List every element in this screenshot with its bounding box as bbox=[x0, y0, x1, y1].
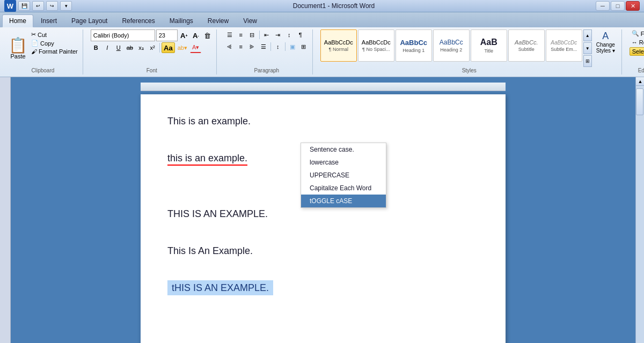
maximize-button[interactable]: □ bbox=[611, 1, 625, 11]
divider4 bbox=[285, 42, 286, 51]
ribbon-tabs: Home Insert Page Layout References Maili… bbox=[0, 12, 644, 27]
document-page[interactable]: Sentence case. lowercase UPPERCASE Capit… bbox=[141, 94, 506, 343]
tab-review[interactable]: Review bbox=[201, 14, 236, 27]
styles-expand-arrow[interactable]: ⊞ bbox=[583, 55, 592, 67]
justify-button[interactable]: ☰ bbox=[258, 41, 269, 52]
numbering-button[interactable]: ≡ bbox=[236, 29, 246, 40]
highlight-color-button[interactable]: ab▾ bbox=[175, 42, 189, 53]
doc-line-capitalize: This Is An Example. bbox=[167, 245, 479, 257]
capitalize-option[interactable]: Capitalize Each Word bbox=[301, 182, 386, 195]
superscript-button[interactable]: x² bbox=[147, 42, 158, 53]
change-case-dropdown: Sentence case. lowercase UPPERCASE Capit… bbox=[301, 143, 386, 208]
tab-home[interactable]: Home bbox=[2, 14, 33, 27]
font-size-select[interactable] bbox=[156, 29, 178, 41]
clipboard-group-label: Clipboard bbox=[3, 68, 83, 73]
shading-button[interactable]: ▣ bbox=[287, 41, 298, 52]
style-title-label: Title bbox=[484, 48, 493, 54]
tab-page-layout[interactable]: Page Layout bbox=[64, 14, 114, 27]
style-heading2[interactable]: AaBbCc Heading 2 bbox=[433, 29, 470, 62]
subscript-button[interactable]: x₂ bbox=[136, 42, 147, 53]
select-button[interactable]: Select = bbox=[630, 47, 644, 56]
quick-access-save[interactable]: 💾 bbox=[18, 1, 30, 11]
word-icon: W bbox=[4, 0, 16, 12]
style-subtitle[interactable]: AaBbCc. Subtitle bbox=[508, 29, 545, 62]
title-bar: W 💾 ↩ ↪ ▾ Document1 - Microsoft Word ─ □… bbox=[0, 0, 644, 12]
replace-button[interactable]: ↔ Replace bbox=[630, 39, 644, 46]
style-subtitle-label: Subtitle bbox=[518, 47, 535, 52]
para-row2: ⫷ ≡ ⫸ ☰ ↕ ▣ ⊞ bbox=[224, 41, 309, 52]
change-styles-button[interactable]: A ChangeStyles ▾ bbox=[593, 29, 618, 55]
lowercase-option[interactable]: lowercase bbox=[301, 156, 386, 169]
find-label: Find bbox=[641, 31, 644, 37]
increase-indent-button[interactable]: ⇥ bbox=[273, 29, 283, 40]
italic-button[interactable]: I bbox=[102, 42, 113, 53]
font-color-button[interactable]: A▾ bbox=[190, 42, 201, 53]
ribbon: Home Insert Page Layout References Maili… bbox=[0, 12, 644, 77]
style-heading1-label: Heading 1 bbox=[402, 48, 425, 53]
styles-up-arrow[interactable]: ▲ bbox=[583, 29, 592, 41]
bullets-button[interactable]: ☰ bbox=[224, 29, 235, 40]
style-subtle-em[interactable]: AaBbCcDc Subtle Em... bbox=[546, 29, 582, 62]
change-case-button[interactable]: Aa bbox=[162, 42, 175, 53]
replace-label: Replace bbox=[639, 39, 644, 46]
border-button[interactable]: ⊞ bbox=[298, 41, 309, 52]
multilevel-list-button[interactable]: ⊟ bbox=[247, 29, 258, 40]
tab-view[interactable]: View bbox=[236, 14, 264, 27]
paste-button[interactable]: 📋 Paste bbox=[6, 29, 30, 67]
replace-icon: ↔ bbox=[632, 39, 638, 46]
style-normal[interactable]: AaBbCcDc ¶ Normal bbox=[320, 29, 357, 62]
copy-button[interactable]: 📄 Copy bbox=[30, 39, 79, 47]
close-button[interactable]: ✕ bbox=[626, 1, 640, 11]
tab-references[interactable]: References bbox=[115, 14, 162, 27]
app-window: W 💾 ↩ ↪ ▾ Document1 - Microsoft Word ─ □… bbox=[0, 0, 644, 343]
select-label: Select = bbox=[632, 48, 644, 55]
shrink-font-button[interactable]: A- bbox=[191, 30, 201, 41]
font-name-select[interactable] bbox=[91, 29, 155, 41]
underline-button[interactable]: U bbox=[113, 42, 124, 53]
divider1 bbox=[159, 43, 160, 53]
align-center-button[interactable]: ≡ bbox=[236, 41, 246, 52]
grow-font-button[interactable]: A+ bbox=[179, 30, 189, 41]
strikethrough-button[interactable]: ab bbox=[125, 42, 135, 53]
style-heading1-preview: AaBbCc bbox=[400, 39, 427, 47]
uppercase-option[interactable]: UPPERCASE bbox=[301, 169, 386, 182]
cut-icon: ✂ bbox=[31, 31, 36, 38]
title-bar-left: W 💾 ↩ ↪ ▾ bbox=[4, 0, 72, 12]
tab-insert[interactable]: Insert bbox=[34, 14, 64, 27]
quick-access-more[interactable]: ▾ bbox=[60, 1, 72, 11]
style-heading1[interactable]: AaBbCc Heading 1 bbox=[396, 29, 432, 62]
minimize-button[interactable]: ─ bbox=[596, 1, 610, 11]
change-styles-icon: A bbox=[602, 31, 609, 42]
format-painter-button[interactable]: 🖌 Format Painter bbox=[30, 48, 79, 55]
doc-line-uppercase: THIS IS AN EXAMPLE. bbox=[167, 208, 479, 220]
align-right-button[interactable]: ⫸ bbox=[247, 41, 258, 52]
scroll-thumb[interactable] bbox=[636, 88, 643, 115]
line-spacing-button[interactable]: ↕ bbox=[273, 41, 283, 52]
styles-group: AaBbCcDc ¶ Normal AaBbCcDc ¶ No Spaci...… bbox=[317, 29, 622, 74]
bold-button[interactable]: B bbox=[91, 42, 101, 53]
style-no-spacing[interactable]: AaBbCcDc ¶ No Spaci... bbox=[358, 29, 394, 62]
find-icon: 🔍 bbox=[632, 30, 639, 37]
sentence-case-option[interactable]: Sentence case. bbox=[301, 143, 386, 156]
tab-mailings[interactable]: Mailings bbox=[163, 14, 200, 27]
right-scrollbar: ▲ ▼ bbox=[635, 77, 644, 343]
style-title-preview: AaB bbox=[480, 38, 497, 47]
font-group: A+ A- 🗑 B I U ab x₂ x² Aa ab▾ A▾ bbox=[87, 29, 217, 74]
scroll-up-button[interactable]: ▲ bbox=[636, 77, 644, 86]
decrease-indent-button[interactable]: ⇤ bbox=[261, 29, 272, 40]
clear-format-button[interactable]: 🗑 bbox=[202, 30, 213, 41]
main-content-area: Sentence case. lowercase UPPERCASE Capit… bbox=[11, 77, 635, 343]
show-formatting-button[interactable]: ¶ bbox=[295, 29, 306, 40]
quick-access-undo[interactable]: ↩ bbox=[32, 1, 44, 11]
styles-group-label: Styles bbox=[317, 68, 621, 73]
toggle-case-option[interactable]: tOGGLE cASE bbox=[301, 195, 386, 207]
para-row1: ☰ ≡ ⊟ ⇤ ⇥ ↕ ¶ bbox=[224, 29, 306, 40]
cut-button[interactable]: ✂ Cut bbox=[30, 31, 79, 39]
align-left-button[interactable]: ⫷ bbox=[224, 41, 235, 52]
style-title[interactable]: AaB Title bbox=[471, 29, 507, 62]
styles-gallery: AaBbCcDc ¶ Normal AaBbCcDc ¶ No Spaci...… bbox=[320, 29, 582, 62]
styles-down-arrow[interactable]: ▼ bbox=[583, 42, 592, 54]
quick-access-redo[interactable]: ↪ bbox=[46, 1, 58, 11]
find-button[interactable]: 🔍 Find bbox=[630, 29, 644, 38]
sort-button[interactable]: ↕ bbox=[284, 29, 295, 40]
